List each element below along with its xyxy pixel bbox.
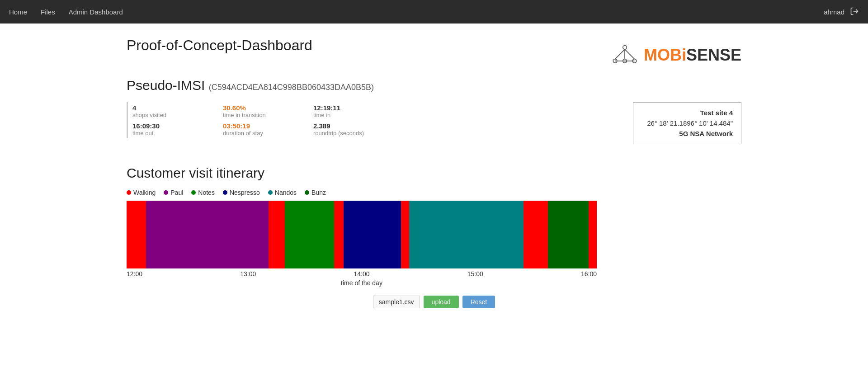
- pseudo-imsi-section: Pseudo-IMSI (C594ACD4EA814C998BB060433DA…: [127, 78, 741, 93]
- stats-grid: 4 shops visited 30.60% time in transitio…: [127, 102, 404, 138]
- stat-value-timeout: 16:09:30: [132, 122, 214, 130]
- chart-segment: [269, 201, 285, 268]
- bottom-controls: sample1.csv upload Reset: [127, 296, 741, 308]
- nav-username: ahmad: [824, 8, 844, 16]
- legend-nespresso: Nespresso: [223, 189, 260, 196]
- chart-segment: [344, 201, 401, 268]
- stat-time-transition: 30.60% time in transition: [223, 102, 313, 120]
- legend-dot-notes: [191, 190, 196, 195]
- nav-home[interactable]: Home: [9, 8, 27, 16]
- legend-dot-paul: [164, 190, 168, 195]
- stat-duration: 03:50:19 duration of stay: [223, 120, 313, 138]
- chart-container: 12:0013:0014:0015:0016:00 time of the da…: [127, 201, 597, 287]
- stat-label-timein: time in: [313, 112, 395, 118]
- nav-files[interactable]: Files: [41, 8, 55, 16]
- xaxis-label: 15:00: [467, 270, 483, 278]
- pseudo-imsi-code: (C594ACD4EA814C998BB060433DAA0B5B): [209, 83, 374, 92]
- legend-bunz: Bunz: [305, 189, 326, 196]
- file-label: sample1.csv: [373, 296, 420, 308]
- chart-segment: [146, 201, 269, 268]
- stat-value-timein: 12:19:11: [313, 104, 395, 112]
- legend-dot-nandos: [268, 190, 273, 195]
- stat-roundtrip: 2.389 roundtrip (seconds): [313, 120, 404, 138]
- pseudo-imsi-title: Pseudo-IMSI (C594ACD4EA814C998BB060433DA…: [127, 78, 741, 93]
- chart-segment: [285, 201, 334, 268]
- xaxis-label: 12:00: [127, 270, 142, 278]
- chart-segment: [548, 201, 589, 268]
- chart-segment: [334, 201, 344, 268]
- logout-icon[interactable]: [850, 7, 859, 17]
- legend-walking: Walking: [127, 189, 156, 196]
- reset-button[interactable]: Reset: [462, 296, 495, 308]
- legend-nandos: Nandos: [268, 189, 297, 196]
- stat-time-out: 16:09:30 time out: [132, 120, 223, 138]
- legend-dot-bunz: [305, 190, 309, 195]
- info-box: Test site 4 26° 18' 21.1896° 10' 14.484"…: [633, 102, 741, 144]
- stat-label-transition: time in transition: [223, 112, 304, 118]
- chart-xaxis: 12:0013:0014:0015:0016:00: [127, 270, 597, 278]
- svg-point-1: [623, 46, 627, 50]
- chart-bar: [127, 201, 597, 268]
- logo-sense: SENSE: [686, 46, 741, 64]
- stat-label-timeout: time out: [132, 130, 214, 137]
- nav-admin-dashboard[interactable]: Admin Dashboard: [69, 8, 123, 16]
- stat-shops-visited: 4 shops visited: [132, 102, 223, 120]
- stat-label-duration: duration of stay: [223, 130, 304, 137]
- chart-segment: [524, 201, 548, 268]
- info-box-coords: 26° 18' 21.1896° 10' 14.484": [642, 119, 733, 127]
- stat-value-roundtrip: 2.389: [313, 122, 395, 130]
- stat-label-shops: shops visited: [132, 112, 214, 118]
- chart-segment: [401, 201, 409, 268]
- legend-paul: Paul: [164, 189, 183, 196]
- info-box-title: Test site 4: [642, 109, 733, 117]
- itinerary-section: Customer visit itinerary Walking Paul No…: [127, 165, 741, 287]
- stat-value-transition: 30.60%: [223, 104, 304, 112]
- stat-label-roundtrip: roundtrip (seconds): [313, 130, 395, 137]
- stat-value-duration: 03:50:19: [223, 122, 304, 130]
- chart-segment: [409, 201, 524, 268]
- stat-time-in: 12:19:11 time in: [313, 102, 404, 120]
- xaxis-label: 13:00: [240, 270, 256, 278]
- legend-notes: Notes: [191, 189, 215, 196]
- info-box-network: 5G NSA Network: [642, 130, 733, 137]
- stat-value-shops: 4: [132, 104, 214, 112]
- xaxis-label: 14:00: [354, 270, 369, 278]
- itinerary-title: Customer visit itinerary: [127, 165, 741, 181]
- page-title: Proof-of-Concept-Dashboard: [127, 37, 312, 54]
- chart-segment: [589, 201, 597, 268]
- svg-line-6: [625, 49, 634, 59]
- chart-legend: Walking Paul Notes Nespresso Nandos: [127, 189, 741, 196]
- chart-xlabel: time of the day: [127, 279, 597, 287]
- legend-dot-walking: [127, 190, 131, 195]
- upload-button[interactable]: upload: [424, 296, 459, 308]
- logo-mobi: MOBi: [644, 46, 686, 64]
- logo: MOBiSENSE: [611, 42, 741, 69]
- chart-segment: [127, 201, 146, 268]
- xaxis-label: 16:00: [581, 270, 597, 278]
- legend-dot-nespresso: [223, 190, 227, 195]
- svg-line-5: [615, 49, 625, 59]
- navbar: Home Files Admin Dashboard ahmad: [0, 0, 868, 24]
